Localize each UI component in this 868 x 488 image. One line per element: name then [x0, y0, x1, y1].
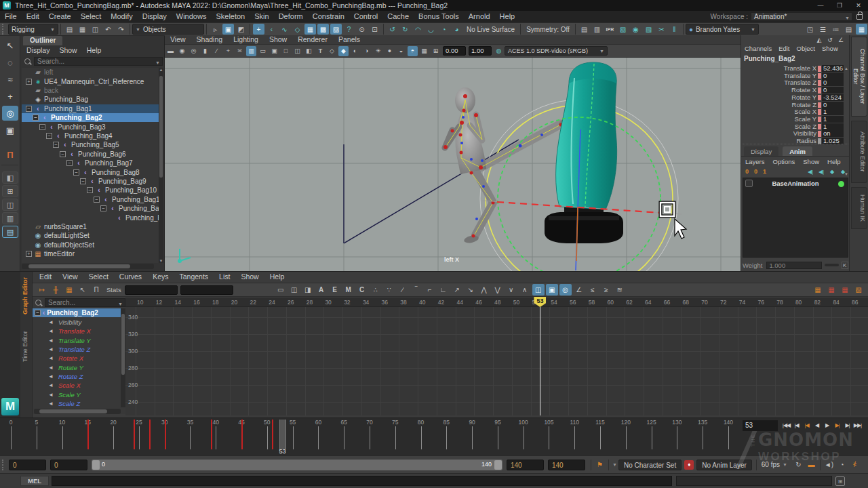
layout-single-icon[interactable]: ◧ — [2, 171, 18, 184]
ge-tool-icon-8[interactable]: ∵ — [383, 284, 395, 296]
menu-set-selector[interactable]: Rigging▼ — [8, 24, 58, 35]
channel-key-indicator[interactable] — [818, 102, 821, 108]
ge-left-icon-2[interactable]: ▦ — [63, 284, 75, 296]
ge-channel-scale-z[interactable]: ◄Scale Z — [33, 399, 125, 408]
layout-three-icon[interactable]: ▥ — [2, 212, 18, 224]
outliner-item-punching-bag13[interactable]: ‹Punching_Bag13 — [22, 213, 159, 222]
graph-editor-menu-view[interactable]: View — [57, 272, 83, 282]
keyframe-tick-15[interactable] — [87, 420, 89, 449]
outliner-item-punching-bag11[interactable]: −‹Punching_Bag11 — [22, 195, 159, 204]
highlight-selection-icon[interactable]: ⊡ — [369, 24, 380, 35]
outliner-item-punching-bag5[interactable]: −‹Punching_Bag5 — [22, 140, 159, 149]
layout-outliner-icon[interactable]: ▤ — [2, 226, 18, 238]
viewport-icon-11[interactable]: ◫ — [292, 46, 302, 56]
channel-box-toggle-icon[interactable]: ▦ — [856, 24, 867, 35]
make-live-icon[interactable]: ▨ — [330, 24, 342, 35]
snap-curves-icon[interactable]: ▩ — [317, 24, 329, 35]
step-back-key-button[interactable]: |◀ — [802, 420, 812, 431]
viewport-icon-5[interactable]: + — [223, 46, 233, 56]
color-management-icon[interactable]: ◍ — [494, 46, 504, 56]
mute-icon[interactable]: ◄ — [47, 346, 54, 352]
render-frame-icon[interactable]: ▥ — [591, 24, 603, 35]
viewport-menu-view[interactable]: View — [165, 35, 191, 44]
outliner-menu-show[interactable]: Show — [54, 45, 81, 55]
anim-layer-row[interactable]: BaseAnimation — [743, 178, 848, 189]
layer-menu-layers[interactable]: Layers — [741, 157, 769, 166]
menu-edit[interactable]: Edit — [22, 11, 44, 22]
attribute-editor-icon[interactable]: ≔ — [830, 24, 842, 35]
ge-tool-icon-7[interactable]: ∴ — [370, 284, 382, 296]
menu-create[interactable]: Create — [44, 11, 76, 22]
select-component-icon[interactable]: ◩ — [235, 24, 247, 35]
render-settings-icon[interactable]: ▧ — [617, 24, 629, 35]
render-sequence-icon[interactable]: ▨ — [643, 24, 654, 35]
channel-box-menu-edit[interactable]: Edit — [775, 44, 793, 54]
layer-tool-icon-0[interactable]: ◀| — [806, 166, 815, 177]
outliner-item-punching-bag10[interactable]: −‹Punching_Bag10 — [22, 186, 159, 195]
outliner-item-punching-bag9[interactable]: −‹Punching_Bag9 — [22, 177, 159, 186]
snap-grid-icon[interactable]: ▦ — [304, 24, 316, 35]
animation-end-field[interactable]: 140 — [548, 460, 585, 470]
minimize-button[interactable]: — — [811, 0, 830, 11]
select-tool-icon[interactable]: ↖ — [2, 38, 18, 53]
expand-toggle[interactable]: − — [39, 124, 45, 130]
playback-end-field[interactable]: 140 — [507, 460, 544, 470]
layer-tool-icon-1[interactable]: ◀| — [816, 166, 826, 177]
channel-panel-hscrollbar[interactable] — [34, 409, 121, 414]
snap-point-icon[interactable]: ◇ — [292, 24, 303, 35]
scale-tool-icon[interactable]: ▣ — [2, 123, 18, 138]
ge-tool-icon-25[interactable]: ≋ — [614, 284, 626, 296]
graph-editor-menu-list[interactable]: List — [214, 272, 235, 282]
animation-start-field[interactable]: 0 — [9, 460, 46, 470]
outliner-vertical-scrollbar[interactable]: ▲▼ — [159, 68, 163, 263]
tab-anim[interactable]: Anim — [783, 146, 812, 156]
select-object-icon[interactable]: ▣ — [222, 24, 234, 35]
channel-key-indicator[interactable] — [818, 109, 821, 115]
menu-arnold[interactable]: Arnold — [464, 11, 495, 22]
rotate-tool-icon[interactable]: ◎ — [2, 106, 18, 121]
curve-snap-d-icon[interactable]: ◕ — [451, 24, 462, 35]
modeling-toolkit-icon[interactable]: ◳ — [804, 24, 816, 35]
graph-editor-menu-select[interactable]: Select — [83, 272, 114, 282]
ge-channel-translate-x[interactable]: ◄Translate X — [33, 327, 125, 336]
graph-editor-menu-curves[interactable]: Curves — [114, 272, 147, 282]
pause-viewport-icon[interactable]: ‖ — [669, 24, 680, 35]
ge-channel-visibility[interactable]: ◄Visibility — [33, 318, 125, 327]
close-button[interactable]: ✕ — [849, 0, 868, 11]
stats-frame-field[interactable] — [125, 285, 178, 295]
ge-tool-icon-1[interactable]: ◫ — [288, 284, 300, 296]
keyframe-tick-45[interactable] — [241, 420, 243, 449]
move-tool-icon[interactable]: + — [253, 24, 264, 35]
channel-box-menu-object[interactable]: Object — [793, 44, 818, 54]
expand-toggle[interactable]: − — [46, 133, 52, 139]
redo-icon[interactable]: ↷ — [115, 24, 127, 35]
recent-icon[interactable]: ↺ — [825, 35, 835, 44]
menu-cache[interactable]: Cache — [382, 11, 414, 22]
viewport-icon-18[interactable]: ☀ — [373, 46, 383, 56]
expand-toggle[interactable]: + — [26, 251, 32, 257]
snap-curve-icon[interactable]: ‹ — [266, 24, 277, 35]
channel-value-field[interactable]: 0 — [822, 87, 844, 94]
menu-display[interactable]: Display — [138, 11, 172, 22]
menu-help[interactable]: Help — [495, 11, 520, 22]
viewport-menu-lighting[interactable]: Lighting — [228, 35, 264, 44]
viewport-canvas[interactable]: left X — [165, 58, 741, 271]
viewport-icon-12[interactable]: ◧ — [304, 46, 314, 56]
maximize-button[interactable]: ❐ — [830, 0, 849, 11]
outliner-item-punching-bag3[interactable]: −‹Punching_Bag3 — [22, 122, 159, 131]
ge-tool-icon-17[interactable]: ∨ — [505, 284, 517, 296]
outliner-menu-display[interactable]: Display — [22, 45, 54, 55]
layer-menu-show[interactable]: Show — [799, 157, 823, 166]
ge-tool-icon-15[interactable]: ⋀ — [478, 284, 490, 296]
graph-icon[interactable]: ∠ — [836, 35, 846, 44]
viewport-icon-0[interactable]: ▬ — [165, 46, 176, 56]
snap-rotate-icon[interactable]: ∿ — [279, 24, 290, 35]
mute-icon[interactable]: ◄ — [47, 355, 54, 361]
script-editor-icon[interactable]: ⊞ — [835, 476, 845, 486]
outliner-item-defaultlightset[interactable]: ◉defaultLightSet — [22, 231, 159, 240]
ge-tool-icon-0[interactable]: ▭ — [275, 284, 287, 296]
channel-key-indicator[interactable] — [818, 87, 821, 94]
outliner-item-nurbssquare1[interactable]: ▱nurbsSquare1 — [22, 222, 159, 231]
stats-value-field[interactable] — [180, 285, 233, 295]
menu-control[interactable]: Control — [349, 11, 382, 22]
